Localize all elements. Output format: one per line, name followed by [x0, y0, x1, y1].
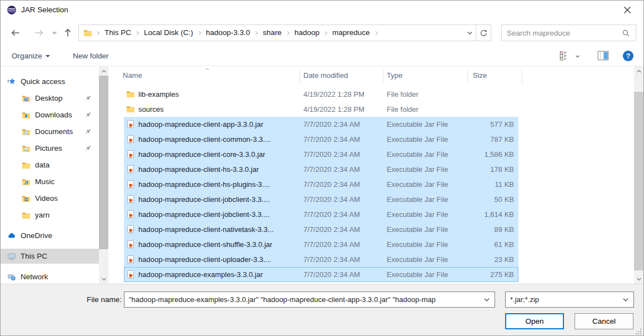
- column-header-name[interactable]: Name: [123, 71, 142, 80]
- address-dropdown-button[interactable]: [463, 25, 476, 41]
- folder-icon: [22, 211, 31, 220]
- search-icon[interactable]: [622, 29, 630, 37]
- file-row-hadoop-mapreduce-client-hs-plugins-3[interactable]: hadoop-mapreduce-client-hs-plugins-3....…: [124, 177, 518, 192]
- file-row-hadoop-mapreduce-client-common-3-3[interactable]: hadoop-mapreduce-client-common-3.3.... 7…: [124, 132, 518, 147]
- type-cell: Executable Jar File: [387, 267, 456, 282]
- column-separator[interactable]: [299, 70, 300, 84]
- folder-icon: [126, 105, 135, 113]
- sidebar-item-documents[interactable]: Documents: [1, 124, 99, 139]
- sidebar-item-network[interactable]: Network: [1, 269, 99, 284]
- breadcrumb-segment-hadoop[interactable]: hadoop: [291, 25, 323, 41]
- refresh-button[interactable]: [476, 24, 491, 41]
- view-options-caret[interactable]: [575, 54, 580, 59]
- file-row-lib-examples[interactable]: lib-examples 4/19/2022 1:28 PM File fold…: [124, 87, 518, 102]
- list-view-icon: [560, 51, 570, 61]
- window-title: JAR Selection: [21, 1, 68, 19]
- sidebar-item-data[interactable]: data: [1, 157, 99, 172]
- size-cell: 50 KB: [456, 192, 514, 207]
- sidebar-item-this-pc[interactable]: This PC: [1, 249, 99, 264]
- dialog-footer: File name: *.jar;*.zip Open Cancel: [1, 284, 643, 336]
- jar-icon: [126, 270, 135, 279]
- file-row-hadoop-mapreduce-client-shuffle-3-3-0-jar[interactable]: hadoop-mapreduce-client-shuffle-3.3.0.ja…: [124, 237, 518, 252]
- chevron-down-icon: [467, 30, 473, 36]
- file-row-hadoop-mapreduce-client-jobclient-3-3[interactable]: hadoop-mapreduce-client-jobclient-3.3...…: [124, 207, 518, 222]
- scroll-down-button[interactable]: [634, 274, 643, 284]
- address-bar[interactable]: This PC Local Disk (C:) hadoop-3.3.0 sha…: [78, 24, 476, 41]
- type-cell: File folder: [387, 87, 456, 102]
- this-pc-monitor-icon: [7, 252, 16, 261]
- date-modified-cell: 4/19/2022 1:28 PM: [303, 87, 384, 102]
- sidebar-item-downloads[interactable]: Downloads: [1, 107, 99, 122]
- breadcrumb-segment-this-pc[interactable]: This PC: [101, 25, 135, 41]
- refresh-icon: [480, 29, 488, 37]
- search-box: [501, 24, 636, 41]
- new-folder-button[interactable]: New folder: [73, 46, 109, 66]
- scrollbar-thumb[interactable]: [634, 92, 643, 270]
- scrollbar-thumb[interactable]: [99, 76, 108, 249]
- sidebar-item-label: OneDrive: [21, 231, 52, 240]
- size-cell: 11 KB: [456, 177, 514, 192]
- up-button[interactable]: [62, 27, 74, 38]
- back-button[interactable]: [9, 27, 22, 38]
- folder-icon: [126, 90, 135, 98]
- help-button[interactable]: [622, 50, 634, 62]
- breadcrumb-segment-share[interactable]: share: [259, 25, 286, 41]
- breadcrumb-segment-mapreduce[interactable]: mapreduce: [328, 25, 374, 41]
- size-cell: 787 KB: [456, 132, 514, 147]
- scroll-up-button[interactable]: [99, 66, 108, 76]
- breadcrumb-segment-local-disk-c[interactable]: Local Disk (C:): [140, 25, 197, 41]
- sidebar-item-desktop[interactable]: Desktop: [1, 91, 99, 106]
- sidebar-item-onedrive[interactable]: OneDrive: [1, 228, 99, 243]
- file-name-input[interactable]: [124, 295, 483, 304]
- file-list-scrollbar[interactable]: [634, 66, 643, 284]
- column-header-size[interactable]: Size: [473, 71, 487, 80]
- breadcrumb-segment-hadoop-3-3-0[interactable]: hadoop-3.3.0: [202, 25, 254, 41]
- cancel-button[interactable]: Cancel: [575, 313, 633, 329]
- organize-button[interactable]: Organize: [12, 46, 50, 66]
- chevron-up-icon: [636, 68, 642, 74]
- file-row-hadoop-mapreduce-client-jobclient-3-3[interactable]: hadoop-mapreduce-client-jobclient-3.3...…: [124, 192, 518, 207]
- column-header-date-modified[interactable]: Date modified: [303, 71, 348, 80]
- recent-locations-button[interactable]: [51, 27, 58, 38]
- file-type-dropdown[interactable]: *.jar;*.zip: [505, 291, 634, 308]
- forward-arrow-icon: [34, 28, 44, 38]
- file-row-sources[interactable]: sources 4/19/2022 1:28 PM File folder: [124, 102, 518, 117]
- forward-button[interactable]: [33, 27, 45, 38]
- file-name-cell: hadoop-mapreduce-client-shuffle-3.3.0.ja…: [138, 237, 301, 252]
- date-modified-cell: 7/7/2020 2:34 AM: [303, 252, 384, 267]
- sidebar-item-music[interactable]: Music: [1, 174, 99, 189]
- sidebar-item-videos[interactable]: Videos: [1, 191, 99, 206]
- file-row-hadoop-mapreduce-client-uploader-3-3[interactable]: hadoop-mapreduce-client-uploader-3.3....…: [124, 252, 518, 267]
- search-input[interactable]: [502, 29, 622, 37]
- close-button[interactable]: [616, 1, 639, 19]
- chevron-right-icon: [323, 31, 328, 36]
- organize-label: Organize: [12, 52, 42, 60]
- scroll-up-button[interactable]: [634, 66, 643, 76]
- size-cell: 577 KB: [456, 117, 514, 132]
- file-row-hadoop-mapreduce-client-hs-3-3-0-jar[interactable]: hadoop-mapreduce-client-hs-3.3.0.jar 7/7…: [124, 162, 518, 177]
- column-separator[interactable]: [467, 70, 468, 84]
- file-row-hadoop-mapreduce-client-core-3-3-0-jar[interactable]: hadoop-mapreduce-client-core-3.3.0.jar 7…: [124, 147, 518, 162]
- sidebar-item-label: Desktop: [35, 94, 63, 102]
- sidebar-item-pictures[interactable]: Pictures: [1, 141, 99, 156]
- column-header-type[interactable]: Type: [387, 71, 402, 80]
- sidebar-item-quick-access[interactable]: Quick access: [1, 74, 99, 89]
- file-row-hadoop-mapreduce-client-nativetask-3-3[interactable]: hadoop-mapreduce-client-nativetask-3.3..…: [124, 222, 518, 237]
- size-cell: 89 KB: [456, 222, 514, 237]
- column-separator[interactable]: [383, 70, 383, 84]
- file-row-hadoop-mapreduce-client-app-3-3-0-jar[interactable]: hadoop-mapreduce-client-app-3.3.0.jar 7/…: [124, 117, 518, 132]
- resize-grip[interactable]: [635, 328, 642, 335]
- chevron-down-icon[interactable]: [483, 297, 490, 303]
- change-view-button[interactable]: [560, 51, 570, 61]
- open-button[interactable]: Open: [505, 313, 564, 329]
- date-modified-cell: 7/7/2020 2:34 AM: [303, 132, 384, 147]
- preview-pane-button[interactable]: [597, 51, 609, 61]
- scroll-down-button[interactable]: [99, 274, 108, 284]
- type-cell: Executable Jar File: [387, 222, 456, 237]
- main-area: Quick access Desktop Downloads Documents…: [1, 66, 643, 284]
- column-separator[interactable]: [522, 70, 522, 84]
- sidebar-item-yarn[interactable]: yarn: [1, 207, 99, 223]
- chevron-right-icon: [286, 31, 291, 36]
- file-row-hadoop-mapreduce-examples-3-3-0-jar[interactable]: hadoop-mapreduce-examples-3.3.0.jar 7/7/…: [124, 267, 518, 282]
- sidebar-scrollbar[interactable]: [99, 66, 108, 284]
